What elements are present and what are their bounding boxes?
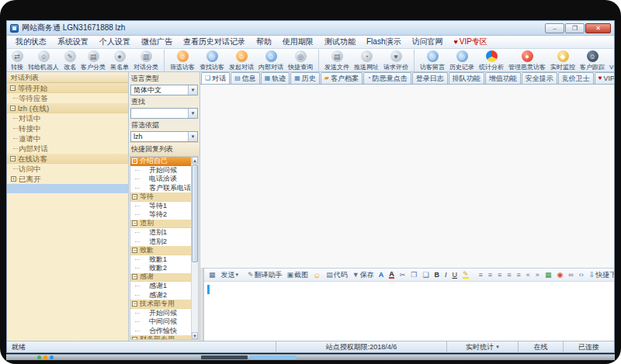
tree-row[interactable]: − 等待开始 bbox=[7, 83, 128, 93]
tree-row[interactable]: − 在线访客 bbox=[7, 154, 128, 164]
align-center-button[interactable]: ≡ bbox=[505, 271, 513, 279]
expander-icon[interactable]: − bbox=[132, 301, 137, 307]
maximize-button[interactable]: ❐ bbox=[565, 23, 585, 33]
toolbar-button[interactable]: ☺ 发起对话 bbox=[227, 50, 256, 71]
toolbar-button[interactable]: ⇄ 转接 bbox=[9, 50, 26, 71]
underline-button[interactable]: U bbox=[450, 271, 460, 279]
toolbar-button[interactable]: ✎ 改名 bbox=[61, 50, 78, 71]
insert-flash-button[interactable]: ◉ bbox=[555, 271, 565, 279]
menu-item[interactable]: 系统设置 bbox=[52, 36, 94, 48]
translate-assistant-button[interactable]: ✎ 翻译助手 bbox=[246, 270, 284, 280]
menu-item[interactable]: 访问官网 bbox=[406, 36, 448, 48]
message-input[interactable] bbox=[204, 282, 614, 341]
align-left-button[interactable]: ≡ bbox=[496, 271, 504, 279]
tree-row[interactable]: + 已离开 bbox=[7, 174, 128, 184]
menu-item[interactable]: ♥ VIP专区 bbox=[448, 36, 492, 48]
indent-button[interactable]: » bbox=[534, 271, 542, 279]
toolbar-button[interactable]: ☺ 客户跟踪 bbox=[578, 50, 607, 71]
tree-row[interactable] bbox=[7, 184, 128, 193]
tab[interactable]: 排队功能 bbox=[449, 72, 484, 84]
scroll-up-icon[interactable]: ▲ bbox=[192, 157, 198, 164]
paste-button[interactable]: ❑ bbox=[421, 271, 431, 279]
close-button[interactable]: ✕ bbox=[585, 23, 611, 33]
tab[interactable]: ▰ 客户档案 bbox=[321, 72, 363, 84]
tab[interactable]: 增值功能 bbox=[485, 72, 521, 84]
expander-icon[interactable]: − bbox=[132, 248, 137, 253]
tree-row[interactable]: 内部对话 bbox=[7, 144, 128, 154]
expander-icon[interactable]: + bbox=[11, 176, 16, 182]
quick-reply-row[interactable]: 等待2 bbox=[130, 210, 191, 220]
emoticon-button[interactable]: ☺ bbox=[311, 271, 323, 279]
language-select[interactable]: 简体中文 bbox=[130, 85, 198, 95]
quick-reply-row[interactable]: 道别2 bbox=[130, 237, 191, 247]
toolbar-button[interactable]: ● 管理恶意访客 bbox=[506, 50, 548, 71]
toolbar-button[interactable]: ◉ VIP客服 bbox=[607, 50, 614, 71]
bullet-list-button[interactable]: ≡ bbox=[487, 271, 494, 279]
quick-reply-row[interactable]: 等待1 bbox=[130, 202, 191, 211]
send-button[interactable]: 发送 ▾ bbox=[220, 270, 241, 280]
quick-reply-row[interactable]: 中间问候 bbox=[130, 317, 191, 327]
toolbar-button[interactable]: ◎ 查找访客 bbox=[197, 50, 227, 71]
scroll-down-icon[interactable]: ▼ bbox=[192, 332, 198, 339]
toolbar-button[interactable]: ♥ 请求评价 bbox=[381, 50, 415, 71]
bold-button[interactable]: B bbox=[432, 271, 442, 279]
quick-reply-row[interactable]: − 致歉 bbox=[130, 246, 191, 255]
toolbar-button[interactable]: ● 黑名单 bbox=[108, 50, 131, 71]
copy-button[interactable]: ❐ bbox=[409, 271, 419, 279]
tab[interactable]: 安全提示 bbox=[522, 72, 557, 84]
quick-reply-row[interactable]: − 道别 bbox=[130, 220, 191, 229]
tab[interactable]: ❏ 对话 bbox=[201, 72, 230, 84]
toolbar-button[interactable]: ☺ 内部对话 bbox=[256, 50, 286, 71]
quick-reply-row[interactable]: 道别1 bbox=[130, 228, 191, 237]
menu-item[interactable]: 使用期限 bbox=[277, 36, 319, 48]
toolbar-button[interactable]: ☺ 转给机器人 bbox=[26, 50, 61, 71]
toolbar-button[interactable]: ☺ 筛选访客 bbox=[168, 50, 197, 71]
scroll-thumb[interactable] bbox=[192, 165, 198, 262]
tab[interactable]: ◔ 防恶意点击 bbox=[363, 72, 411, 84]
toolbar-button[interactable]: ◔ 推送网址 bbox=[352, 50, 381, 71]
quick-reply-row[interactable]: 开始问候 bbox=[130, 309, 191, 318]
menu-item[interactable]: 测试功能 bbox=[319, 36, 361, 48]
toolbar-button[interactable]: 统计分析 bbox=[477, 50, 506, 71]
cut-button[interactable]: ✂ bbox=[398, 271, 408, 279]
quick-reply-row[interactable]: − 等待 bbox=[130, 192, 191, 202]
html-code-button[interactable]: ‹› bbox=[578, 271, 586, 279]
realtime-stats-dropdown[interactable]: 实时统计 ▾ bbox=[446, 341, 518, 352]
tree-row[interactable]: 转接中 bbox=[7, 123, 128, 133]
quick-reply-row[interactable]: − 财务部专用 bbox=[130, 335, 191, 339]
quick-reply-row[interactable]: − 技术部专用 bbox=[130, 300, 191, 309]
toolbar-button[interactable]: ▤ 客户分类 bbox=[78, 50, 108, 71]
menu-item[interactable]: 帮助 bbox=[251, 36, 277, 48]
tree-row[interactable]: − lzh (在线) bbox=[7, 103, 128, 113]
font-color-button[interactable]: A bbox=[377, 271, 387, 279]
expander-icon[interactable]: − bbox=[132, 158, 137, 164]
menu-item[interactable]: 微信广告 bbox=[136, 36, 178, 48]
font-color-red-button[interactable]: A bbox=[387, 271, 397, 279]
expander-icon[interactable]: − bbox=[132, 337, 137, 339]
minimize-button[interactable]: – bbox=[545, 23, 564, 33]
numbered-list-button[interactable]: ≡ bbox=[477, 271, 485, 279]
quick-reply-row[interactable]: 电话洽谈 bbox=[130, 175, 191, 184]
quick-reply-row[interactable]: 致歉2 bbox=[130, 264, 191, 273]
quick-reply-row[interactable]: − 感谢 bbox=[130, 273, 191, 283]
expander-icon[interactable]: − bbox=[10, 156, 16, 161]
highlight-button[interactable]: ✎ bbox=[461, 271, 471, 279]
outdent-button[interactable]: « bbox=[525, 271, 533, 279]
tab[interactable]: 竞价卫士 bbox=[558, 72, 594, 84]
tab[interactable]: ▦ 历史 bbox=[290, 72, 320, 84]
tree-row[interactable]: 等待应答 bbox=[7, 93, 128, 103]
tab[interactable]: ♥ VIP专版 bbox=[595, 72, 614, 84]
toolbar-button[interactable]: ▥ 对话分类 bbox=[131, 50, 165, 71]
filter-select[interactable]: lzh bbox=[130, 131, 198, 142]
tree-row[interactable]: 对话中 bbox=[7, 113, 128, 123]
menu-item[interactable]: 个人设置 bbox=[94, 36, 136, 48]
search-combobox[interactable] bbox=[130, 108, 198, 119]
menu-item[interactable]: Flash演示 bbox=[361, 36, 406, 48]
tree-row[interactable]: 邀请中 bbox=[7, 133, 128, 144]
screenshot-button[interactable]: ▣ 截图 bbox=[286, 270, 310, 280]
save-button[interactable]: ▼ 保存 bbox=[351, 270, 376, 280]
quick-reply-row[interactable]: 客户联系电话 bbox=[130, 184, 191, 193]
panel-grid-icon[interactable]: ▦ bbox=[207, 271, 218, 279]
quick-reply-row[interactable]: 感谢1 bbox=[130, 282, 191, 291]
toolbar-button[interactable]: ◆ 实时监控 bbox=[548, 50, 578, 71]
